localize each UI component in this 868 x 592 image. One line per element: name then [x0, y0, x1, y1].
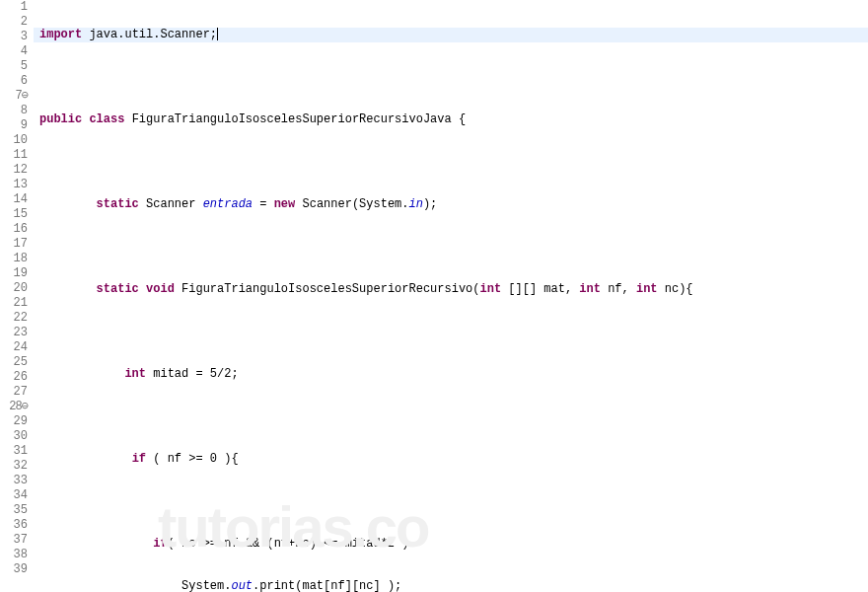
line-number: 5: [0, 59, 28, 74]
line-number: 37: [0, 533, 28, 548]
line-number: 11: [0, 148, 28, 163]
code-line[interactable]: import java.util.Scanner;: [34, 28, 868, 42]
line-number: 1: [0, 0, 28, 15]
line-number: 8: [0, 104, 28, 118]
text-cursor: [217, 28, 218, 40]
line-number: 4: [0, 44, 28, 59]
line-number: 27: [0, 385, 28, 400]
line-number: 22: [0, 311, 28, 326]
code-line[interactable]: [34, 325, 868, 339]
line-number: 16: [0, 222, 28, 237]
line-number: 13: [0, 178, 28, 192]
code-line[interactable]: public class FiguraTrianguloIsoscelesSup…: [34, 112, 868, 127]
line-number: 28⊖: [0, 400, 28, 414]
line-number: 2: [0, 15, 28, 30]
code-line[interactable]: [34, 409, 868, 424]
line-number: 20: [0, 281, 28, 296]
line-number: 7⊖: [0, 89, 28, 104]
line-number: 9: [0, 118, 28, 133]
code-line[interactable]: System.out.print(mat[nf][nc] );: [34, 579, 868, 592]
code-line[interactable]: int mitad = 5/2;: [34, 367, 868, 382]
line-number: 10: [0, 133, 28, 148]
line-number: 31: [0, 444, 28, 459]
line-number: 17: [0, 237, 28, 252]
line-number: 15: [0, 207, 28, 222]
line-number: 30: [0, 429, 28, 444]
code-line[interactable]: [34, 70, 868, 85]
line-number: 35: [0, 503, 28, 518]
line-number: 14: [0, 192, 28, 207]
code-line[interactable]: static Scanner entrada = new Scanner(Sys…: [34, 197, 868, 212]
line-number: 33: [0, 474, 28, 488]
code-line[interactable]: [34, 240, 868, 255]
line-number: 18: [0, 252, 28, 266]
code-line[interactable]: [34, 155, 868, 170]
line-number: 32: [0, 459, 28, 474]
line-number-gutter: 1234567⊖89101112131415161718192021222324…: [0, 0, 34, 592]
line-number: 19: [0, 266, 28, 281]
line-number: 39: [0, 562, 28, 577]
code-line[interactable]: if( nc >= nf && (nf+nc) <= mitad*2 ): [34, 537, 868, 552]
code-line[interactable]: [34, 494, 868, 509]
line-number: 6: [0, 74, 28, 89]
line-number: 21: [0, 296, 28, 311]
line-number: 29: [0, 414, 28, 429]
code-area[interactable]: import java.util.Scanner; public class F…: [34, 0, 868, 592]
line-number: 26: [0, 370, 28, 385]
line-number: 3: [0, 30, 28, 44]
line-number: 34: [0, 488, 28, 503]
line-number: 23: [0, 326, 28, 340]
code-line[interactable]: if ( nf >= 0 ){: [34, 452, 868, 467]
line-number: 38: [0, 548, 28, 562]
line-number: 25: [0, 355, 28, 370]
line-number: 12: [0, 163, 28, 178]
code-line[interactable]: static void FiguraTrianguloIsoscelesSupe…: [34, 282, 868, 297]
line-number: 24: [0, 340, 28, 355]
line-number: 36: [0, 518, 28, 533]
code-editor[interactable]: 1234567⊖89101112131415161718192021222324…: [0, 0, 868, 592]
